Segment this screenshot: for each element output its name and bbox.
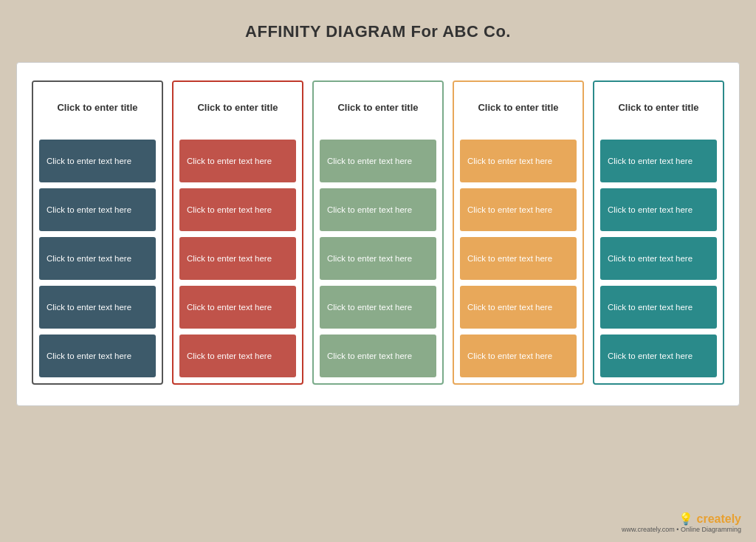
watermark: 💡 creately www.creately.com • Online Dia…	[622, 512, 741, 533]
card-4-4[interactable]: Click to enter text here	[460, 286, 577, 329]
card-1-1[interactable]: Click to enter text here	[39, 140, 156, 182]
column-4-cards: Click to enter text hereClick to enter t…	[454, 134, 583, 383]
canvas: AFFINITY DIAGRAM For ABC Co. Click to en…	[0, 0, 756, 542]
card-1-3[interactable]: Click to enter text here	[39, 237, 156, 280]
page-title: AFFINITY DIAGRAM For ABC Co.	[245, 22, 511, 41]
card-1-2[interactable]: Click to enter text here	[39, 188, 156, 231]
card-3-1[interactable]: Click to enter text here	[320, 140, 436, 182]
card-3-5[interactable]: Click to enter text here	[320, 335, 436, 377]
column-1-cards: Click to enter text hereClick to enter t…	[33, 134, 162, 383]
card-2-1[interactable]: Click to enter text here	[179, 140, 296, 182]
card-5-3[interactable]: Click to enter text here	[600, 237, 717, 280]
column-3-cards: Click to enter text hereClick to enter t…	[314, 134, 442, 383]
brand-logo: 💡 creately	[622, 512, 741, 526]
card-1-4[interactable]: Click to enter text here	[39, 286, 156, 329]
column-5-title[interactable]: Click to enter title	[594, 82, 723, 134]
card-4-3[interactable]: Click to enter text here	[460, 237, 577, 280]
card-2-4[interactable]: Click to enter text here	[179, 286, 296, 329]
column-2-cards: Click to enter text hereClick to enter t…	[173, 134, 302, 383]
column-1: Click to enter titleClick to enter text …	[32, 80, 163, 385]
card-3-4[interactable]: Click to enter text here	[320, 286, 436, 329]
card-4-2[interactable]: Click to enter text here	[460, 188, 577, 231]
card-5-4[interactable]: Click to enter text here	[600, 286, 717, 329]
card-5-2[interactable]: Click to enter text here	[600, 188, 717, 231]
column-4: Click to enter titleClick to enter text …	[453, 80, 584, 385]
diagram-area: Click to enter titleClick to enter text …	[16, 62, 740, 406]
brand-icon: 💡	[678, 512, 693, 525]
column-5: Click to enter titleClick to enter text …	[593, 80, 724, 385]
card-2-3[interactable]: Click to enter text here	[179, 237, 296, 280]
brand-name: creately	[697, 512, 742, 525]
card-3-2[interactable]: Click to enter text here	[320, 188, 436, 231]
card-4-5[interactable]: Click to enter text here	[460, 335, 577, 377]
card-2-2[interactable]: Click to enter text here	[179, 188, 296, 231]
column-2: Click to enter titleClick to enter text …	[172, 80, 303, 385]
card-3-3[interactable]: Click to enter text here	[320, 237, 436, 280]
watermark-sub: www.creately.com • Online Diagramming	[622, 526, 741, 533]
column-3: Click to enter titleClick to enter text …	[312, 80, 444, 385]
column-1-title[interactable]: Click to enter title	[33, 82, 162, 134]
card-1-5[interactable]: Click to enter text here	[39, 335, 156, 377]
column-3-title[interactable]: Click to enter title	[314, 82, 442, 134]
column-5-cards: Click to enter text hereClick to enter t…	[594, 134, 723, 383]
column-2-title[interactable]: Click to enter title	[173, 82, 302, 134]
column-4-title[interactable]: Click to enter title	[454, 82, 583, 134]
card-2-5[interactable]: Click to enter text here	[179, 335, 296, 377]
card-5-5[interactable]: Click to enter text here	[600, 335, 717, 377]
card-5-1[interactable]: Click to enter text here	[600, 140, 717, 182]
card-4-1[interactable]: Click to enter text here	[460, 140, 577, 182]
